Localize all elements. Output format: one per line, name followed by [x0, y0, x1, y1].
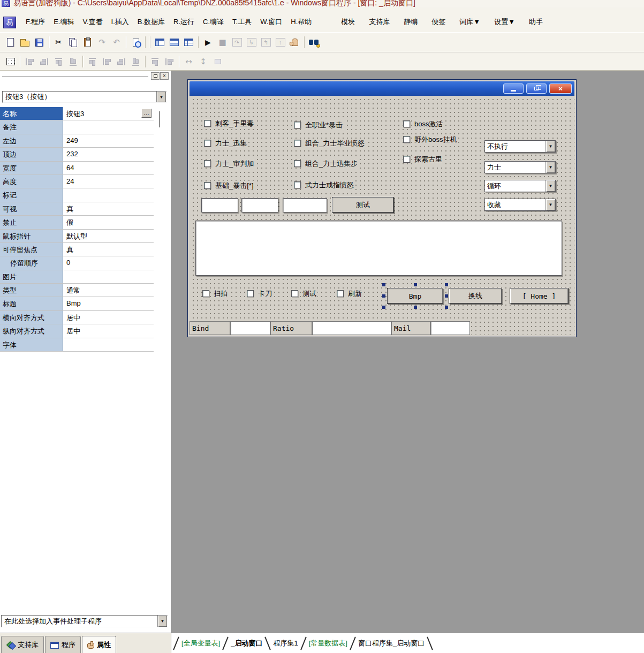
form-checkbox[interactable]: boss激活	[403, 120, 444, 128]
property-value[interactable]	[63, 188, 154, 201]
menu-assistant[interactable]: 助手	[522, 16, 550, 28]
event-handler-combobox[interactable]: 在此处选择加入事件处理子程序 ▼	[1, 615, 168, 627]
align-bottom-button[interactable]	[66, 55, 80, 69]
status-edit[interactable]	[230, 321, 270, 335]
fit-height-button[interactable]: ↕	[196, 55, 210, 69]
restore-button[interactable]	[526, 83, 547, 94]
same-width-button[interactable]	[114, 55, 128, 69]
panel-close-button[interactable]: ×	[160, 72, 169, 80]
chevron-down-icon[interactable]: ▼	[545, 199, 555, 210]
form-grid-button[interactable]	[3, 55, 18, 69]
property-value[interactable]: 真	[63, 202, 154, 215]
bmp-button[interactable]: Bmp	[387, 288, 443, 304]
property-value[interactable]: 24	[63, 175, 154, 188]
menu-support-lib[interactable]: 支持库	[362, 16, 397, 28]
switch-line-button[interactable]: 换线	[449, 288, 502, 304]
step-out-button[interactable]: ↰	[259, 35, 273, 50]
property-row[interactable]: 宽度 64	[0, 162, 154, 175]
form-checkbox[interactable]: 力士_审判加	[204, 160, 255, 168]
form-edit[interactable]	[241, 198, 278, 212]
property-row[interactable]: 高度 24	[0, 175, 154, 188]
property-value[interactable]: 假	[63, 216, 154, 229]
close-button[interactable]: ×	[549, 83, 572, 94]
tab-window-program-set[interactable]: 窗口程序集_启动窗口	[353, 639, 429, 648]
form-checkbox[interactable]: 全职业*暴击	[294, 121, 344, 129]
test-button[interactable]: 测试	[332, 197, 394, 213]
menu-window[interactable]: W.窗口	[256, 16, 286, 28]
form-checkbox[interactable]: 组合_力士迅集步	[294, 160, 359, 168]
stop-button[interactable]: ■	[215, 35, 230, 50]
property-value[interactable]	[63, 338, 154, 351]
find-button[interactable]	[128, 35, 143, 50]
property-row[interactable]: 图片	[0, 270, 154, 284]
tab-global-variables[interactable]: [全局变量表]	[177, 639, 225, 648]
form-checkbox[interactable]: 组合_力士毕业愤怒	[294, 139, 366, 147]
menu-run[interactable]: R.运行	[169, 16, 199, 28]
step-into-button[interactable]: ↳	[244, 35, 259, 50]
property-row[interactable]: 纵向对齐方式 居中	[0, 324, 154, 338]
menu-compile[interactable]: C.编译	[199, 16, 228, 28]
undo-button[interactable]: ↶	[109, 35, 124, 50]
property-value[interactable]: 232	[63, 148, 154, 161]
property-value[interactable]: 0	[63, 256, 154, 269]
resize-handle[interactable]	[382, 306, 385, 309]
chevron-down-icon[interactable]: ▼	[156, 92, 166, 102]
menu-program[interactable]: F.程序	[21, 16, 49, 28]
form-checkbox[interactable]: 测试	[291, 290, 317, 298]
ellipsis-button[interactable]: …	[141, 109, 151, 118]
property-row[interactable]: 横向对齐方式 居中	[0, 311, 154, 324]
property-row[interactable]: 字体	[0, 338, 154, 352]
fit-width-button[interactable]: ↔	[181, 55, 196, 69]
tab-properties[interactable]: 属性	[82, 636, 116, 653]
designed-form-window[interactable]: × 刺客_手里毒 力士_迅集 力士_审判加 基础_暴击[*] 全职业*暴击 组合…	[187, 79, 577, 337]
form-combobox[interactable]: 收藏 ▼	[484, 199, 556, 211]
form-checkbox[interactable]: 探索古里	[403, 155, 443, 163]
property-row[interactable]: 可停留焦点 真	[0, 243, 154, 256]
form-checkbox[interactable]: 刷新	[337, 290, 363, 298]
tab-program-set1[interactable]: 程序集1	[268, 639, 302, 648]
property-value[interactable]: 249	[63, 134, 154, 147]
copy-button[interactable]	[66, 35, 80, 50]
property-value[interactable]: 居中	[63, 324, 154, 337]
resize-handle[interactable]	[445, 306, 448, 309]
new-file-button[interactable]	[3, 35, 18, 50]
redo-button[interactable]: ↷	[95, 35, 109, 50]
property-value[interactable]: 按钮3 …	[63, 107, 154, 120]
property-row[interactable]: 备注	[0, 120, 154, 134]
menu-insert[interactable]: I.插入	[107, 16, 133, 28]
menu-view[interactable]: V.查看	[78, 16, 107, 28]
cut-button[interactable]: ✂	[51, 35, 66, 50]
property-value[interactable]: 默认型	[63, 230, 154, 242]
property-row[interactable]: 禁止 假	[0, 216, 154, 229]
open-file-button[interactable]	[18, 35, 32, 50]
property-value[interactable]: 64	[63, 162, 154, 174]
form-checkbox[interactable]: 式力士戒指愤怒	[294, 181, 355, 189]
property-row[interactable]: 顶边 232	[0, 148, 154, 161]
form-checkbox[interactable]: 基础_暴击[*]	[204, 181, 255, 189]
property-row[interactable]: 标题 Bmp	[0, 297, 154, 310]
property-row[interactable]: 左边 249	[0, 134, 154, 148]
horizontal-spacing-button[interactable]	[148, 55, 162, 69]
find-in-files-button[interactable]	[307, 35, 321, 50]
form-output-box[interactable]	[195, 221, 562, 276]
tab-support-library[interactable]: 支持库	[1, 636, 44, 653]
object-selector-combobox[interactable]: 按钮3（按钮） ▼	[2, 91, 166, 103]
scrollbar-thumb[interactable]	[159, 111, 160, 127]
form-checkbox[interactable]: 刺客_手里毒	[204, 119, 255, 127]
resize-handle[interactable]	[414, 306, 417, 309]
form-combobox[interactable]: 循环 ▼	[484, 180, 556, 192]
menu-module[interactable]: 模块	[334, 16, 362, 28]
minimize-button[interactable]	[503, 83, 524, 94]
fit-both-button[interactable]	[210, 55, 225, 69]
menu-notes[interactable]: 便签	[425, 16, 452, 28]
run-button[interactable]: ▶	[201, 35, 215, 50]
resize-handle[interactable]	[445, 283, 448, 286]
property-value[interactable]: Bmp	[63, 297, 154, 310]
same-height-button[interactable]	[128, 55, 143, 69]
form-checkbox[interactable]: 野外boss挂机	[403, 135, 458, 143]
property-value[interactable]: 居中	[63, 311, 154, 324]
status-edit[interactable]	[312, 321, 391, 335]
resize-handle[interactable]	[382, 283, 385, 286]
menu-static-compile[interactable]: 静编	[397, 16, 425, 28]
form-checkbox[interactable]: 力士_迅集	[204, 139, 248, 147]
